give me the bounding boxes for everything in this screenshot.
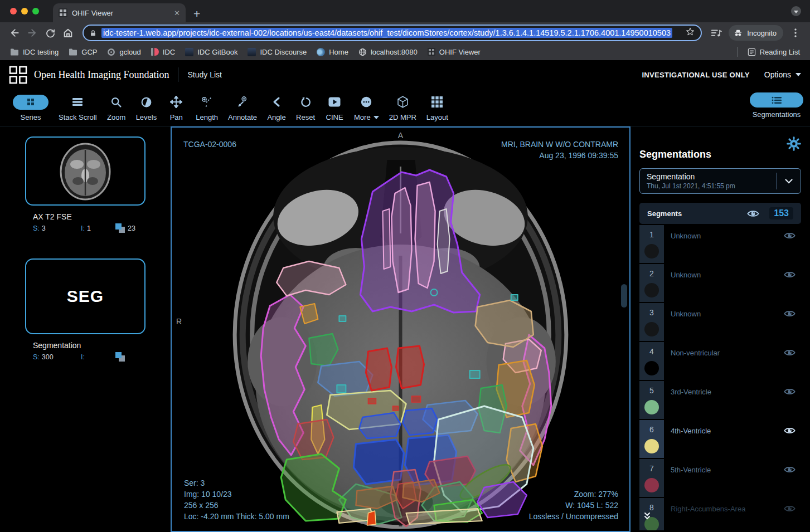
minimize-window-button[interactable]	[21, 8, 28, 14]
tool-annotate[interactable]: Annotate	[223, 92, 262, 123]
segments-header: Segments 153	[639, 203, 801, 224]
forward-button[interactable]	[25, 25, 40, 41]
tool-segmentations[interactable]: Segmentations	[750, 92, 803, 119]
browser-tab[interactable]: OHIF Viewer ✕	[53, 3, 186, 22]
series-sidebar: AX T2 FSE S:3 I:1 23 SEG Segmentation S:…	[0, 126, 171, 532]
segment-number: 2	[649, 269, 654, 278]
folder-icon	[69, 48, 77, 56]
browser-menu-kebab-icon[interactable]	[788, 25, 803, 41]
settings-gear-icon[interactable]	[787, 136, 801, 153]
segment-visibility-eye-icon[interactable]	[784, 427, 796, 458]
segment-row[interactable]: 3 Unknown	[639, 303, 801, 341]
segment-row-body: Non-ventricular	[664, 342, 801, 380]
bookmark-gcp[interactable]: GCP	[64, 46, 101, 58]
more-dots-icon	[360, 96, 372, 108]
segment-color-dot	[644, 322, 659, 336]
study-list-link[interactable]: Study List	[187, 70, 221, 79]
panel-title: Segmentations	[639, 149, 801, 160]
idc-icon	[151, 48, 159, 56]
instance-stack-icon	[115, 352, 125, 362]
segment-label: 3rd-Ventricle	[671, 388, 711, 419]
tool-length[interactable]: Length	[191, 92, 223, 123]
bookmark-ohif-viewer[interactable]: OHIF Viewer	[423, 46, 485, 58]
bookmark-home[interactable]: Home	[312, 46, 353, 58]
annotate-icon	[236, 96, 249, 108]
url-bar[interactable]: idc-tester-1.web.app/projects/idc-extern…	[83, 25, 702, 41]
segment-visibility-eye-icon[interactable]	[784, 232, 796, 263]
tool-angle[interactable]: Angle	[262, 92, 291, 123]
bookmark-idc-gitbook[interactable]: IDC GitBook	[181, 46, 242, 58]
reload-button[interactable]	[42, 25, 58, 41]
segment-visibility-eye-icon[interactable]	[784, 388, 796, 419]
tool-zoom[interactable]: Zoom	[102, 92, 131, 123]
bookmark-star-icon[interactable]	[681, 27, 695, 39]
reading-list-button[interactable]: Reading List	[743, 46, 804, 58]
new-tab-button[interactable]: +	[193, 8, 200, 19]
tool-reset[interactable]: Reset	[291, 92, 320, 123]
segment-row[interactable]: 4 Non-ventricular	[639, 342, 801, 380]
close-window-button[interactable]	[10, 8, 17, 14]
image-viewport[interactable]: TCGA-02-0006 MRI, BRAIN W W/O CONTRAMR A…	[171, 126, 630, 532]
study-description-overlay: MRI, BRAIN W W/O CONTRAMR	[501, 139, 618, 150]
segment-color-dot	[644, 244, 659, 258]
tool-levels[interactable]: Levels	[131, 92, 162, 123]
segment-visibility-eye-icon[interactable]	[784, 466, 796, 497]
media-controls-icon[interactable]	[709, 25, 724, 41]
viewport-scrollbar-thumb[interactable]	[621, 284, 627, 308]
series-thumbnail-seg[interactable]: SEG Segmentation S:300 I:	[25, 258, 145, 362]
segment-index-cell: 1	[639, 225, 664, 263]
toggle-all-visibility-eye-icon[interactable]	[747, 209, 759, 218]
segment-row[interactable]: 7 5th-Ventricle	[639, 459, 801, 497]
tool-2d-mpr[interactable]: 2D MPR	[384, 92, 421, 123]
bookmark-idc[interactable]: IDC	[147, 46, 180, 58]
ohif-header: Open Health Imaging Foundation Study Lis…	[0, 60, 810, 89]
segmentation-name: Segmentation	[647, 172, 777, 181]
instance-stack-icon	[115, 223, 125, 233]
segment-number: 8	[649, 503, 654, 512]
segment-label: Non-ventricular	[671, 349, 720, 380]
incognito-icon	[733, 28, 743, 37]
chevron-down-icon	[796, 73, 801, 76]
series-thumbnail-ax-t2[interactable]: AX T2 FSE S:3 I:1 23	[25, 136, 145, 233]
segment-row[interactable]: 6 4th-Ventricle	[639, 420, 801, 458]
segment-visibility-eye-icon[interactable]	[784, 505, 796, 530]
segmentation-date: Thu, Jul 1st 2021, 4:51:55 pm	[647, 182, 777, 190]
reset-icon	[300, 96, 312, 108]
bookmark-localhost[interactable]: localhost:8080	[354, 46, 422, 58]
maximize-window-button[interactable]	[32, 8, 39, 14]
segment-row[interactable]: 5 3rd-Ventricle	[639, 381, 801, 419]
browser-window: OHIF Viewer ✕ + idc-tester-1.web.app/pro…	[0, 0, 810, 532]
series-active-pill	[13, 95, 48, 110]
browser-update-badge[interactable]	[791, 6, 801, 16]
home-button[interactable]	[60, 25, 76, 41]
window-controls	[10, 8, 39, 14]
segment-row[interactable]: 1 Unknown	[639, 225, 801, 263]
tool-more[interactable]: More	[349, 92, 384, 123]
bookmark-idc-discourse[interactable]: IDC Discourse	[243, 46, 311, 58]
tool-cine[interactable]: CINE	[320, 92, 349, 123]
segment-visibility-eye-icon[interactable]	[784, 349, 796, 380]
scroll-more-double-chevron-icon[interactable]	[643, 511, 652, 523]
segment-row[interactable]: 8 Right-Accumbens-Area	[639, 498, 801, 530]
tool-series[interactable]: Series	[8, 92, 54, 123]
investigational-use-label: INVESTIGATIONAL USE ONLY	[642, 71, 749, 79]
segment-visibility-eye-icon[interactable]	[784, 271, 796, 302]
tab-close-icon[interactable]: ✕	[174, 9, 180, 17]
url-text[interactable]: idc-tester-1.web.app/projects/idc-extern…	[101, 28, 672, 38]
titlebar: OHIF Viewer ✕ +	[0, 0, 810, 22]
options-menu[interactable]: Options	[764, 70, 801, 79]
bookmark-gcloud[interactable]: gcloud	[103, 46, 145, 58]
segmentation-selector-dropdown[interactable]: Segmentation Thu, Jul 1st 2021, 4:51:55 …	[639, 168, 801, 194]
tool-stack-scroll[interactable]: Stack Scroll	[54, 92, 102, 123]
segment-color-dot	[644, 400, 659, 414]
tool-layout[interactable]: Layout	[421, 92, 453, 123]
segment-index-cell: 7	[639, 459, 664, 497]
bookmark-idc-testing[interactable]: IDC testing	[6, 46, 63, 58]
tool-pan[interactable]: Pan	[162, 92, 191, 123]
chevron-down-icon[interactable]	[777, 179, 801, 184]
segment-visibility-eye-icon[interactable]	[784, 310, 796, 341]
segment-row[interactable]: 2 Unknown	[639, 264, 801, 302]
ohif-logo[interactable]	[9, 66, 27, 84]
pan-icon	[170, 96, 182, 108]
back-button[interactable]	[7, 25, 22, 41]
